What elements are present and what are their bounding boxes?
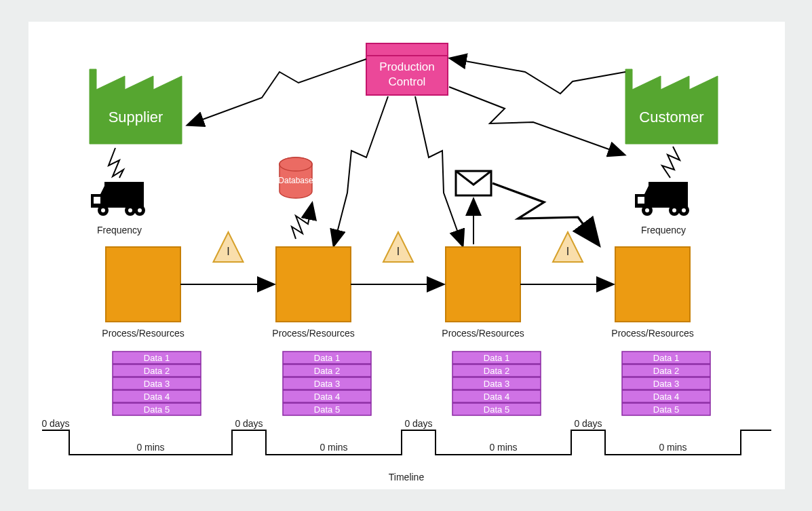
- data-cell-label: Data 3: [484, 379, 509, 389]
- data-cell-label: Data 3: [144, 379, 170, 389]
- svg-rect-11: [638, 197, 644, 204]
- mail-icon: [456, 171, 491, 195]
- data-cell-label: Data 2: [484, 366, 509, 376]
- data-cell: Data 1: [113, 352, 201, 364]
- svg-point-19: [279, 157, 312, 171]
- data-cell-label: Data 5: [653, 404, 679, 415]
- data-cell-label: Data 5: [314, 404, 340, 415]
- info-flow-to-process2: [334, 96, 388, 246]
- timeline-up-label: 0 days: [574, 418, 602, 429]
- process-box: Process/Resources: [102, 247, 184, 339]
- svg-point-15: [672, 208, 676, 212]
- supplier-factory: Supplier: [90, 69, 182, 144]
- supplier-label: Supplier: [109, 109, 163, 126]
- inventory-triangle: I: [383, 232, 413, 262]
- data-cell: Data 1: [622, 352, 710, 364]
- data-cell: Data 4: [283, 390, 371, 402]
- data-cell: Data 5: [113, 403, 201, 415]
- customer-frequency: Frequency: [641, 225, 686, 235]
- timeline-label: Timeline: [389, 472, 425, 482]
- data-cell-label: Data 1: [653, 353, 679, 363]
- data-cell: Data 3: [113, 377, 201, 390]
- data-cell: Data 3: [622, 377, 710, 390]
- svg-rect-24: [615, 247, 690, 322]
- data-cell-label: Data 4: [484, 392, 509, 402]
- supplier-frequency: Frequency: [97, 225, 142, 235]
- inventory-triangle: I: [214, 232, 244, 262]
- customer-ship-arrow: [662, 147, 680, 178]
- svg-point-9: [138, 208, 142, 212]
- process-box: Process/Resources: [272, 247, 354, 339]
- data-cell-label: Data 1: [144, 353, 170, 363]
- inventory-triangle: I: [553, 232, 583, 262]
- truck-icon: [91, 182, 145, 216]
- customer-factory: Customer: [625, 69, 718, 144]
- data-cell: Data 5: [622, 403, 710, 415]
- diagram-canvas: Production Control Supplier Customer: [28, 22, 785, 489]
- data-cell-label: Data 5: [484, 404, 509, 415]
- svg-rect-2: [104, 182, 144, 208]
- timeline-down-label: 0 mins: [659, 442, 687, 453]
- info-flow-from-customer: [450, 58, 625, 94]
- process-box: Process/Resources: [442, 247, 524, 339]
- database-label: Database: [278, 176, 313, 185]
- data-cell-label: Data 1: [484, 353, 509, 363]
- timeline-down-label: 0 mins: [320, 442, 347, 453]
- data-cell: Data 5: [452, 403, 541, 415]
- timeline-down-label: 0 mins: [136, 442, 164, 453]
- svg-rect-21: [106, 247, 180, 322]
- customer-label: Customer: [639, 109, 703, 126]
- svg-rect-0: [366, 43, 448, 56]
- data-cell-label: Data 1: [314, 353, 340, 363]
- production-control-box: Production Control: [366, 43, 448, 95]
- svg-point-17: [682, 208, 686, 212]
- process-label: Process/Resources: [272, 328, 354, 339]
- timeline-up-label: 0 days: [404, 418, 432, 429]
- data-cell-label: Data 5: [144, 404, 170, 415]
- production-control-label-2: Control: [389, 75, 426, 88]
- info-flow-to-supplier: [188, 59, 366, 125]
- data-cell: Data 2: [452, 364, 541, 377]
- process-label: Process/Resources: [442, 328, 524, 339]
- inventory-label: I: [227, 246, 229, 257]
- data-cell-label: Data 2: [653, 366, 679, 376]
- process-label: Process/Resources: [611, 328, 693, 339]
- svg-rect-22: [276, 247, 351, 322]
- process-box: Process/Resources: [611, 247, 693, 339]
- svg-rect-10: [649, 182, 688, 208]
- data-cell-label: Data 3: [314, 379, 340, 389]
- svg-rect-23: [446, 247, 520, 322]
- data-cell-label: Data 2: [144, 366, 170, 376]
- supplier-ship-arrow: [109, 148, 123, 178]
- data-cell: Data 1: [452, 352, 541, 364]
- data-cell: Data 4: [622, 390, 710, 402]
- data-cell-label: Data 2: [314, 366, 340, 376]
- timeline-down-label: 0 mins: [489, 442, 517, 453]
- data-cell: Data 4: [452, 390, 541, 402]
- timeline-up-label: 0 days: [41, 418, 69, 429]
- data-cell: Data 3: [283, 377, 371, 390]
- data-cell-label: Data 4: [314, 392, 340, 402]
- inventory-label: I: [397, 246, 400, 257]
- truck-icon: [635, 182, 689, 216]
- svg-point-7: [128, 208, 132, 212]
- data-cell-label: Data 4: [144, 392, 170, 402]
- database-icon: Database: [278, 157, 313, 198]
- production-control-label-1: Production: [379, 60, 434, 73]
- data-cell: Data 1: [283, 352, 371, 364]
- data-cell-label: Data 4: [653, 392, 679, 402]
- data-cell: Data 2: [283, 364, 371, 377]
- inventory-label: I: [566, 246, 569, 257]
- data-cell: Data 4: [113, 390, 201, 402]
- svg-point-5: [101, 208, 105, 212]
- data-cell: Data 3: [452, 377, 541, 390]
- mail-to-process4-arrow: [492, 183, 598, 244]
- process-label: Process/Resources: [102, 328, 184, 339]
- timeline-up-label: 0 days: [235, 418, 263, 429]
- data-cell: Data 2: [113, 364, 201, 377]
- data-cell: Data 5: [283, 403, 371, 415]
- svg-rect-3: [94, 197, 100, 204]
- svg-point-13: [645, 208, 649, 212]
- data-cell-label: Data 3: [653, 379, 679, 389]
- info-flow-to-customer: [449, 87, 624, 155]
